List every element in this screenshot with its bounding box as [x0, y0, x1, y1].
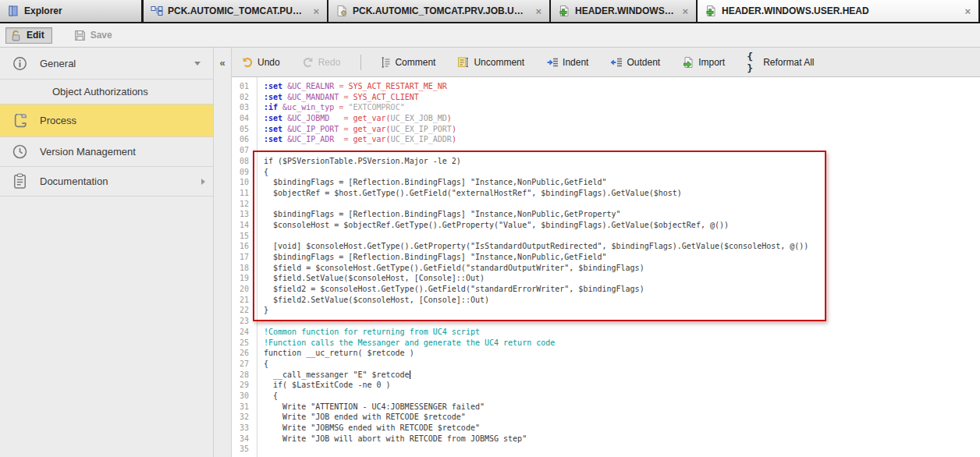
code-area[interactable]: :set &UC_REALNR = SYS_ACT_RESTART_ME_NR …	[257, 77, 980, 457]
toolbar-separator	[360, 55, 361, 70]
code-line[interactable]: $objectRef = $host.GetType().GetField("e…	[264, 188, 980, 199]
code-line[interactable]	[264, 145, 980, 156]
chevron-right-icon[interactable]	[201, 179, 205, 185]
code-line[interactable]	[264, 199, 980, 210]
sidebar-item[interactable]: Version Management	[0, 137, 213, 167]
tab-close-icon[interactable]: ×	[311, 6, 321, 16]
line-number: 19	[232, 273, 249, 284]
line-number: 04	[232, 113, 249, 124]
sidebar-collapse-strip: «	[214, 48, 232, 457]
save-icon	[74, 30, 87, 41]
toolbar-button[interactable]: Comment	[378, 56, 435, 69]
collapse-sidebar-button[interactable]: «	[219, 57, 225, 69]
tab[interactable]: Explorer ×	[0, 0, 144, 22]
tab-label: HEADER.WINDOWS.USER.HEAD	[722, 5, 869, 16]
code-line[interactable]: {	[264, 167, 980, 178]
line-number: 22	[232, 305, 249, 316]
ribbon-button[interactable]: Edit	[5, 27, 52, 44]
code-line[interactable]: function __uc_return( $retcode )	[264, 348, 980, 359]
code-line[interactable]: [void] $consoleHost.GetType().GetPropert…	[264, 241, 980, 252]
line-number: 18	[232, 263, 249, 274]
code-line[interactable]	[264, 231, 980, 242]
code-line[interactable]: $field2 = $consoleHost.GetType().GetFiel…	[264, 284, 980, 295]
code-line[interactable]: $field2.SetValue($consoleHost, [Console]…	[264, 295, 980, 306]
code-line[interactable]: :set &UC_MANDANT = SYS_ACT_CLIENT	[264, 92, 980, 103]
toolbar-button[interactable]: Import	[682, 56, 725, 69]
tab-close-icon[interactable]: ×	[680, 6, 690, 16]
lock-open-icon	[10, 30, 23, 41]
toolbar-button[interactable]: Indent	[546, 56, 588, 69]
toolbar-button[interactable]: Redo	[302, 56, 341, 69]
line-number: 10	[232, 177, 249, 188]
code-line[interactable]: __call_messanger "E" $retcode	[264, 370, 980, 381]
code-editor[interactable]: 01 02 03 04 05 06 07 08 09 10	[232, 77, 980, 457]
chevron-down-icon[interactable]	[194, 62, 201, 66]
code-line[interactable]: $bindingFlags = [Reflection.BindingFlags…	[264, 252, 980, 263]
editor-toolbar: Undo Redo Comment	[232, 48, 980, 77]
sidebar-item[interactable]: General	[0, 48, 213, 80]
toolbar-button-label: Uncomment	[474, 57, 524, 68]
braces-icon: { }	[747, 56, 759, 69]
code-line[interactable]: if ($PSVersionTable.PSVersion.Major -le …	[264, 156, 980, 167]
clipboard-icon	[9, 172, 30, 191]
line-number: 24	[232, 327, 249, 338]
toolbar-button[interactable]: Outdent	[610, 56, 660, 69]
code-line[interactable]: $bindingFlags = [Reflection.BindingFlags…	[264, 209, 980, 220]
code-line[interactable]: :set &UC_REALNR = SYS_ACT_RESTART_ME_NR	[264, 81, 980, 92]
tab[interactable]: HEADER.WINDOWS.USER.HEAD ×	[698, 0, 980, 22]
line-number: 02	[232, 92, 249, 103]
tab[interactable]: PCK.AUTOMIC_TOMCAT.PUB.ACTION.U... ×	[144, 0, 328, 22]
toolbar-button[interactable]: Uncomment	[457, 56, 524, 69]
line-number: 03	[232, 102, 249, 113]
tab-close-icon[interactable]: ×	[963, 6, 972, 16]
code-line[interactable]: !Common function for returning from UC4 …	[264, 327, 980, 338]
toolbar-button[interactable]: { } Reformat All	[747, 56, 814, 69]
line-number: 29	[232, 380, 249, 391]
toolbar-button[interactable]: Undo	[241, 56, 280, 69]
sidebar-item[interactable]: Object Authorizations	[0, 80, 213, 105]
tab-bar: Explorer × PCK.AUTOMIC_TOMCAT.PUB.ACTION…	[0, 0, 980, 23]
info-icon	[9, 54, 30, 73]
sidebar-item[interactable]: Documentation	[0, 167, 213, 197]
code-line[interactable]: :set &UC_IP_ADR = get_var(UC_EX_IP_ADDR)	[264, 134, 980, 145]
tab[interactable]: PCK.AUTOMIC_TOMCAT.PRV.JOB.UNDE... ×	[328, 0, 551, 22]
line-number: 09	[232, 167, 249, 178]
code-line[interactable]: $field.SetValue($consoleHost, [Console]:…	[264, 273, 980, 284]
code-line[interactable]	[264, 316, 980, 327]
toolbar-button-label: Outdent	[627, 57, 660, 68]
code-line[interactable]: $consoleHost = $objectRef.GetType().GetP…	[264, 220, 980, 231]
code-line[interactable]: Write "ATTENTION - UC4:JOBMESSENGER fail…	[264, 402, 980, 413]
code-line[interactable]: $bindingFlags = [Reflection.BindingFlags…	[264, 177, 980, 188]
line-number: 30	[232, 391, 249, 402]
toolbar-button-label: Reformat All	[763, 57, 814, 68]
include-icon	[557, 5, 570, 18]
code-line[interactable]: :set &UC_IP_PORT = get_var(UC_EX_IP_PORT…	[264, 124, 980, 135]
tab-close-icon[interactable]: ×	[534, 6, 543, 16]
code-line[interactable]: Write "JOBMSG ended with RETCODE $retcod…	[264, 423, 980, 434]
content-area: Undo Redo Comment	[232, 48, 980, 457]
redo-icon	[302, 56, 314, 69]
toolbar-group-undo-redo: Undo Redo	[241, 56, 340, 69]
code-line[interactable]: }	[264, 305, 980, 316]
code-line[interactable]: {	[264, 359, 980, 370]
sidebar-item-label: Documentation	[40, 175, 108, 187]
text-cursor	[410, 370, 410, 379]
code-line[interactable]: :if &uc_win_typ = "EXTCOMPROC"	[264, 102, 980, 113]
ribbon-button[interactable]: Save	[69, 27, 120, 44]
code-line[interactable]: Write "JOB will abort with RETCODE from …	[264, 434, 980, 445]
code-line[interactable]: !Function calls the Messanger and genera…	[264, 338, 980, 349]
sidebar-item-label: Process	[40, 115, 76, 126]
toolbar-button-label: Import	[698, 57, 725, 68]
tab-label: PCK.AUTOMIC_TOMCAT.PRV.JOB.UNDE...	[353, 5, 529, 16]
code-line[interactable]: Write "JOB ended with RETCODE $retcode"	[264, 412, 980, 423]
undo-icon	[241, 56, 254, 69]
line-number: 07	[232, 145, 249, 156]
tab[interactable]: HEADER.WINDOWS.USER.PRE ×	[551, 0, 698, 22]
code-line[interactable]	[264, 444, 980, 455]
code-line[interactable]: $field = $consoleHost.GetType().GetField…	[264, 263, 980, 274]
sidebar-item[interactable]: Process	[0, 105, 213, 137]
code-line[interactable]: {	[264, 391, 980, 402]
code-line[interactable]: if( $LastExitCode -ne 0 )	[264, 380, 980, 391]
code-line[interactable]: :set &UC_JOBMD = get_var(UC_EX_JOB_MD)	[264, 113, 980, 124]
clock-icon	[9, 143, 30, 161]
